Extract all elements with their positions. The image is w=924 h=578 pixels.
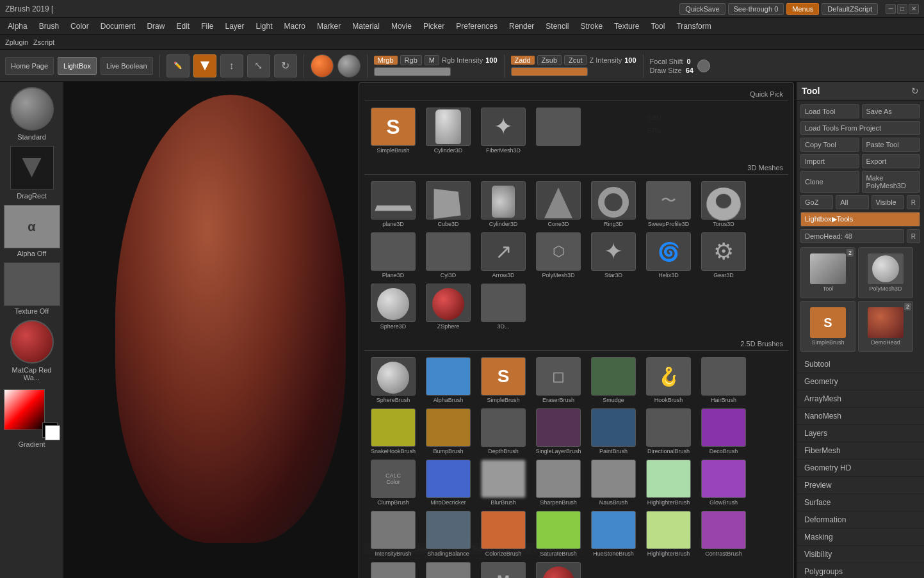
qp-smudge[interactable]: Smudge xyxy=(587,357,640,403)
qp-ring3d[interactable]: Ring3D xyxy=(587,181,640,227)
minimize-button[interactable]: ─ xyxy=(886,4,896,14)
qp-directionalbrush[interactable]: DirectionalBrush xyxy=(642,408,695,454)
qp-cylinder3d-2[interactable]: Cylinder3D xyxy=(477,181,530,227)
goz-button[interactable]: GoZ xyxy=(800,195,833,209)
qp-gear3d[interactable]: ⚙ Gear3D xyxy=(697,232,750,278)
panel-refresh-icon[interactable]: ↻ xyxy=(911,86,919,96)
qp-decobrush[interactable]: DecoBrush xyxy=(697,408,750,454)
menu-item-light[interactable]: Light xyxy=(251,20,278,32)
rgb-intensity-slider[interactable] xyxy=(374,67,451,76)
qp-hairbrush[interactable]: HairBrush xyxy=(697,357,750,403)
menu-item-color[interactable]: Color xyxy=(65,20,94,32)
qp-sharpenbrush[interactable]: SharpenBrush xyxy=(532,460,585,506)
dragrect-item[interactable]: DragRect xyxy=(4,146,60,200)
qp-customfilter3[interactable]: CustomFilter III xyxy=(367,562,419,578)
menu-item-marker[interactable]: Marker xyxy=(312,20,346,32)
secondary-item-zplugin[interactable]: Zplugin xyxy=(5,38,28,46)
copy-tool-button[interactable]: Copy Tool xyxy=(800,138,859,152)
paste-tool-button[interactable]: Paste Tool xyxy=(862,138,921,152)
tool-thumb-demohead[interactable]: 2 DemoHead xyxy=(858,301,913,352)
qp-arrow3d[interactable]: ↗ Arrow3D xyxy=(477,232,530,278)
scale-icon-btn[interactable]: ⤡ xyxy=(247,54,270,77)
qp-highlighterbrush[interactable]: HighlighterBrush xyxy=(642,460,695,506)
qp-torus3d[interactable]: Torus3D xyxy=(697,181,750,227)
qp-singlelayer[interactable]: SingleLayerBrush xyxy=(532,408,585,454)
seethrough-button[interactable]: See-through 0 xyxy=(728,3,784,15)
nav-item-polygroups[interactable]: Polygroups xyxy=(797,563,924,578)
nav-item-geometry[interactable]: Geometry xyxy=(797,373,924,390)
nav-item-fibermesh[interactable]: FiberMesh xyxy=(797,442,924,460)
qp-helix3d[interactable]: 🌀 Helix3D xyxy=(642,232,695,278)
close-button[interactable]: ✕ xyxy=(909,4,919,14)
nav-item-visibility[interactable]: Visibility xyxy=(797,546,924,563)
quicksave-button[interactable]: QuickSave xyxy=(679,3,725,15)
demohead-button[interactable]: DemoHead: 48 xyxy=(800,229,904,243)
qp-clumpbrush[interactable]: CALCColor ClumpBrush xyxy=(367,460,419,506)
qp-cyl3d[interactable]: Cyl3D xyxy=(422,232,474,278)
liveboolean-button[interactable]: Live Boolean xyxy=(101,57,153,75)
qp-spherebrush[interactable]: SphereBrush xyxy=(367,357,419,403)
nav-item-geometry-hd[interactable]: Geometry HD xyxy=(797,460,924,477)
export-button[interactable]: Export xyxy=(862,154,921,168)
homepage-button[interactable]: Home Page xyxy=(5,57,54,75)
brush-size-circle[interactable] xyxy=(697,60,710,72)
menu-item-tool[interactable]: Tool xyxy=(645,20,670,32)
texture-off-item[interactable]: Texture Off xyxy=(4,262,60,315)
draw-icon-btn[interactable] xyxy=(193,54,216,77)
qp-alphabrush[interactable]: AlphaBrush xyxy=(422,357,474,403)
zadd-button[interactable]: Zadd xyxy=(511,56,535,65)
qp-contrastbrush[interactable]: ContrastBrush xyxy=(697,511,750,557)
load-tools-project-button[interactable]: Load Tools From Project xyxy=(800,121,920,135)
qp-nausbrush[interactable]: NausBrush xyxy=(587,460,640,506)
qp-paintbrush[interactable]: PaintBrush xyxy=(587,408,640,454)
nav-item-preview[interactable]: Preview xyxy=(797,477,924,494)
qp-zsphere[interactable]: ZSphere xyxy=(422,284,474,330)
menu-item-layer[interactable]: Layer xyxy=(220,20,250,32)
maximize-button[interactable]: □ xyxy=(897,4,907,14)
menu-item-transform[interactable]: Transform xyxy=(671,20,716,32)
menu-item-render[interactable]: Render xyxy=(504,20,539,32)
menu-item-material[interactable]: Material xyxy=(347,20,385,32)
material-sphere[interactable] xyxy=(311,54,334,77)
qp-snakehook[interactable]: SnakeHookBrush xyxy=(367,408,419,454)
demohead-r-button[interactable]: R xyxy=(907,229,920,243)
visible-button[interactable]: Visible xyxy=(871,195,904,209)
menu-item-stroke[interactable]: Stroke xyxy=(575,20,608,32)
qp-highlighterbrush2[interactable]: HighlighterBrush xyxy=(642,511,695,557)
r-button[interactable]: R xyxy=(907,195,920,209)
alpha-off-item[interactable]: α Alpha Off xyxy=(4,205,60,257)
z-intensity-slider[interactable] xyxy=(511,67,588,76)
lightbox-tools-button[interactable]: Lightbox▶Tools xyxy=(800,212,920,227)
menu-item-preferences[interactable]: Preferences xyxy=(451,20,503,32)
qp-3d-extra[interactable]: 3D... xyxy=(477,284,530,330)
qp-saturatebrush[interactable]: SaturateBrush xyxy=(532,511,585,557)
qp-blurbrush[interactable]: BlurBrush xyxy=(477,460,530,506)
qp-fibermesh3d[interactable]: ✦ FiberMesh3D xyxy=(477,108,530,154)
nav-item-arraymesh[interactable]: ArrayMesh xyxy=(797,390,924,408)
qp-simplebrush2[interactable]: S SimpleBrush xyxy=(477,357,530,403)
secondary-item-zscript[interactable]: Zscript xyxy=(33,38,54,46)
tool-thumb-tool[interactable]: 2 Tool xyxy=(800,247,855,298)
qp-matcap[interactable]: MatCap xyxy=(532,562,585,578)
qp-eraserbrush[interactable]: ◻ EraserBrush xyxy=(532,357,585,403)
qp-hookbrush[interactable]: 🪝 HookBrush xyxy=(642,357,695,403)
nav-item-masking[interactable]: Masking xyxy=(797,529,924,546)
qp-glowbrush[interactable]: GlowBrush xyxy=(697,460,750,506)
rotate-icon-btn[interactable]: ↻ xyxy=(274,54,297,77)
zcut-button[interactable]: Zcut xyxy=(564,55,587,65)
qp-colorizebrush[interactable]: ColorizeBrush xyxy=(477,511,530,557)
menu-item-file[interactable]: File xyxy=(196,20,218,32)
makepolymesh-button[interactable]: Make PolyMesh3D xyxy=(862,171,921,193)
nav-item-surface[interactable]: Surface xyxy=(797,494,924,511)
qp-bumpbrush[interactable]: BumpBrush xyxy=(422,408,474,454)
qp-huestonebrush[interactable]: HueStoneBrush xyxy=(587,511,640,557)
qp-customfilter5[interactable]: CustomFilter V xyxy=(422,562,474,578)
import-button[interactable]: Import xyxy=(800,154,859,168)
menu-item-movie[interactable]: Movie xyxy=(386,20,417,32)
qp-plane3d[interactable]: plane3D xyxy=(367,181,419,227)
material-ball[interactable] xyxy=(337,54,361,77)
qp-cylinder3d[interactable]: Cylinder3D xyxy=(422,108,474,154)
save-as-button[interactable]: Save As xyxy=(862,104,921,118)
tool-thumb-simplebrush[interactable]: S SimpleBrush xyxy=(800,301,855,352)
clone-button[interactable]: Clone xyxy=(800,171,859,193)
